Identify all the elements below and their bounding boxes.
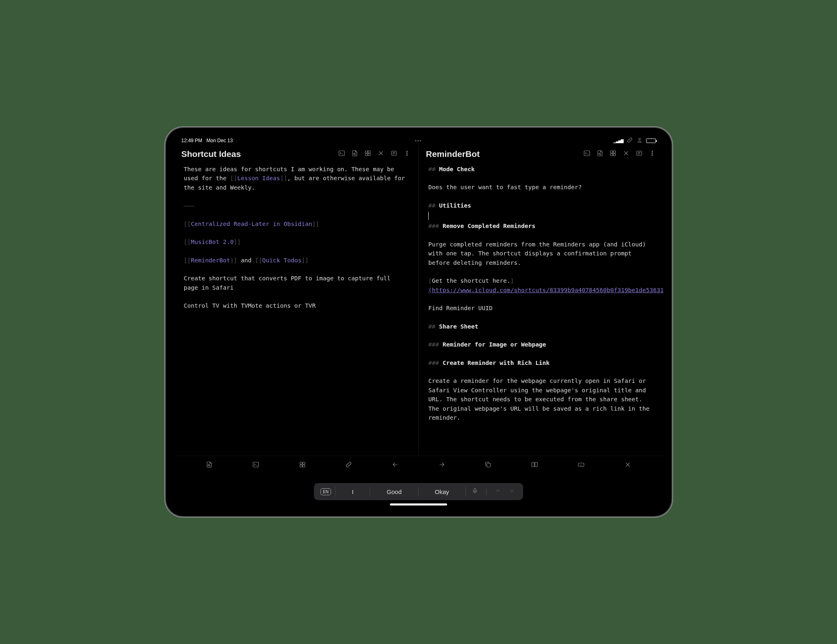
svg-rect-28 bbox=[532, 463, 534, 467]
close-icon[interactable] bbox=[622, 150, 630, 159]
copy-icon[interactable] bbox=[480, 461, 496, 470]
right-editor[interactable]: ## Mode Check Does the user want to fast… bbox=[418, 165, 663, 456]
ipad-frame: 12:49 PM Mon Dec 13 ••• Shortcut Ideas bbox=[166, 128, 671, 516]
right-pane: ReminderBot ## Mode Check Does the user … bbox=[418, 145, 663, 456]
keyboard-suggestion-bar: EN I Good Okay | bbox=[174, 475, 663, 508]
grid-icon[interactable] bbox=[609, 150, 617, 159]
terminal-icon[interactable] bbox=[583, 150, 591, 159]
left-pane-title: Shortcut Ideas bbox=[181, 149, 241, 159]
svg-rect-13 bbox=[611, 151, 613, 153]
svg-point-20 bbox=[651, 154, 652, 155]
chevron-up-icon[interactable] bbox=[495, 487, 501, 496]
link-icon[interactable] bbox=[340, 461, 357, 470]
svg-rect-5 bbox=[365, 154, 367, 156]
left-pane: Shortcut Ideas These are ideas for short… bbox=[174, 145, 419, 456]
svg-rect-6 bbox=[368, 154, 370, 156]
close-icon[interactable] bbox=[377, 150, 385, 159]
grid-icon[interactable] bbox=[364, 150, 372, 159]
split-icon[interactable] bbox=[526, 461, 543, 470]
svg-rect-14 bbox=[613, 151, 615, 153]
svg-rect-25 bbox=[300, 465, 302, 467]
svg-point-10 bbox=[407, 154, 407, 155]
status-bar: 12:49 PM Mon Dec 13 ••• bbox=[174, 136, 663, 145]
keyboard-icon[interactable] bbox=[573, 461, 589, 470]
svg-rect-23 bbox=[300, 462, 302, 464]
more-icon[interactable] bbox=[403, 150, 411, 159]
close-icon[interactable] bbox=[620, 461, 636, 470]
svg-rect-22 bbox=[253, 462, 259, 467]
svg-point-19 bbox=[651, 153, 652, 154]
svg-rect-26 bbox=[302, 465, 304, 467]
person-icon bbox=[636, 137, 643, 145]
mic-icon[interactable] bbox=[472, 487, 478, 496]
bottom-toolbar bbox=[174, 456, 663, 475]
svg-rect-11 bbox=[584, 151, 590, 156]
svg-rect-16 bbox=[613, 154, 615, 156]
terminal-icon[interactable] bbox=[338, 150, 345, 159]
link-icon bbox=[627, 137, 633, 145]
multitasking-dots[interactable]: ••• bbox=[415, 139, 422, 143]
home-indicator[interactable] bbox=[390, 503, 447, 505]
file-search-icon[interactable] bbox=[351, 150, 358, 159]
right-pane-title: ReminderBot bbox=[426, 149, 480, 159]
suggestion-3[interactable]: Okay bbox=[418, 487, 465, 496]
terminal-icon[interactable] bbox=[248, 461, 264, 470]
svg-rect-30 bbox=[578, 463, 584, 466]
svg-rect-31 bbox=[474, 488, 476, 491]
screen: 12:49 PM Mon Dec 13 ••• Shortcut Ideas bbox=[174, 136, 663, 508]
grid-icon[interactable] bbox=[294, 461, 311, 470]
svg-point-0 bbox=[639, 138, 640, 140]
cell-signal-icon bbox=[613, 138, 623, 143]
svg-point-2 bbox=[354, 153, 355, 155]
svg-rect-29 bbox=[535, 463, 537, 467]
svg-point-9 bbox=[407, 153, 407, 154]
svg-rect-3 bbox=[365, 151, 367, 153]
suggestion-2[interactable]: Good bbox=[370, 487, 418, 496]
battery-icon bbox=[646, 139, 656, 143]
svg-rect-1 bbox=[339, 151, 345, 156]
more-icon[interactable] bbox=[649, 150, 656, 159]
svg-rect-15 bbox=[611, 154, 613, 156]
svg-rect-4 bbox=[368, 151, 370, 153]
svg-rect-27 bbox=[487, 463, 490, 467]
svg-point-21 bbox=[208, 465, 210, 466]
list-icon[interactable] bbox=[390, 150, 398, 159]
back-icon[interactable] bbox=[387, 461, 403, 470]
left-editor[interactable]: These are ideas for shortcuts I am worki… bbox=[174, 165, 418, 456]
status-date: Mon Dec 13 bbox=[206, 138, 233, 143]
file-search-icon[interactable] bbox=[201, 461, 217, 470]
chevron-down-icon[interactable] bbox=[508, 487, 515, 496]
status-time: 12:49 PM bbox=[181, 138, 202, 143]
svg-point-18 bbox=[651, 151, 652, 152]
keyboard-lang-button[interactable]: EN bbox=[320, 488, 331, 495]
suggestion-1[interactable]: I bbox=[335, 487, 370, 496]
list-icon[interactable] bbox=[636, 150, 643, 159]
forward-icon[interactable] bbox=[434, 461, 450, 470]
svg-point-8 bbox=[407, 151, 407, 152]
svg-rect-24 bbox=[302, 462, 304, 464]
file-search-icon[interactable] bbox=[596, 150, 604, 159]
svg-point-12 bbox=[599, 153, 600, 155]
